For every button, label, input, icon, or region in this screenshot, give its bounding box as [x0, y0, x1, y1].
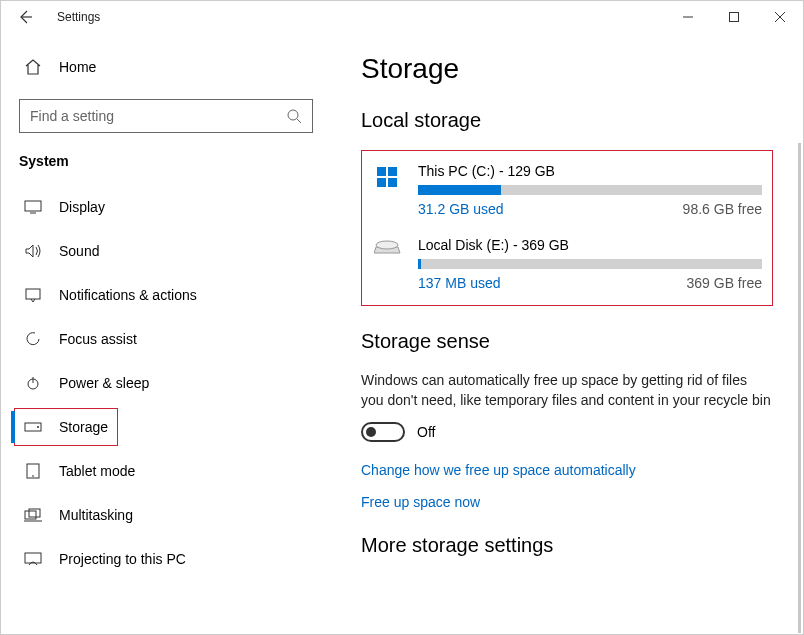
maximize-button[interactable]: [711, 1, 757, 33]
nav-storage[interactable]: Storage: [11, 405, 121, 449]
svg-rect-22: [388, 178, 397, 187]
more-storage-heading: More storage settings: [361, 534, 773, 557]
search-icon: [286, 108, 302, 124]
minimize-button[interactable]: [665, 1, 711, 33]
drive-used: 31.2 GB used: [418, 201, 504, 217]
local-storage-box: This PC (C:) - 129 GB 31.2 GB used 98.6 …: [361, 150, 773, 306]
windows-drive-icon: [372, 163, 404, 217]
drive-title: This PC (C:) - 129 GB: [418, 163, 762, 179]
svg-rect-6: [25, 201, 41, 211]
storage-sense-desc: Windows can automatically free up space …: [361, 371, 773, 410]
svg-rect-16: [29, 509, 40, 517]
usage-bar: [418, 259, 762, 269]
nav-sound[interactable]: Sound: [1, 229, 331, 273]
nav-label: Power & sleep: [59, 375, 149, 391]
notifications-icon: [23, 287, 43, 303]
home-icon: [23, 58, 43, 76]
search-input-wrap[interactable]: [19, 99, 313, 133]
scrollbar[interactable]: [798, 143, 801, 633]
tablet-icon: [23, 463, 43, 479]
svg-rect-15: [25, 511, 36, 519]
sound-icon: [23, 243, 43, 259]
search-input[interactable]: [30, 108, 286, 124]
nav-label: Display: [59, 199, 105, 215]
svg-rect-1: [730, 13, 739, 22]
display-icon: [23, 200, 43, 214]
nav-notifications[interactable]: Notifications & actions: [1, 273, 331, 317]
sidebar: Home System Display Sound Notifications …: [1, 33, 331, 635]
multitasking-icon: [23, 508, 43, 522]
link-change-free-up[interactable]: Change how we free up space automaticall…: [361, 462, 773, 478]
nav-multitasking[interactable]: Multitasking: [1, 493, 331, 537]
drive-free: 98.6 GB free: [683, 201, 762, 217]
svg-rect-20: [388, 167, 397, 176]
page-heading: Storage: [361, 53, 773, 85]
disk-icon: [372, 237, 404, 291]
home-nav[interactable]: Home: [1, 45, 331, 89]
storage-icon: [23, 422, 43, 432]
nav-focus-assist[interactable]: Focus assist: [1, 317, 331, 361]
svg-rect-21: [377, 178, 386, 187]
drive-c[interactable]: This PC (C:) - 129 GB 31.2 GB used 98.6 …: [372, 163, 762, 217]
home-label: Home: [59, 59, 96, 75]
content-pane: Storage Local storage This PC (C:) - 129…: [331, 33, 803, 635]
storage-sense-toggle[interactable]: [361, 422, 405, 442]
svg-point-23: [376, 241, 398, 249]
svg-line-5: [297, 119, 301, 123]
nav-display[interactable]: Display: [1, 185, 331, 229]
svg-rect-19: [377, 167, 386, 176]
nav-tablet-mode[interactable]: Tablet mode: [1, 449, 331, 493]
nav-label: Multitasking: [59, 507, 133, 523]
window-title: Settings: [57, 10, 100, 24]
projecting-icon: [23, 552, 43, 566]
nav-label: Storage: [59, 419, 108, 435]
back-button[interactable]: [1, 9, 49, 25]
svg-point-4: [288, 110, 298, 120]
nav-label: Focus assist: [59, 331, 137, 347]
svg-rect-8: [26, 289, 40, 299]
nav-label: Projecting to this PC: [59, 551, 186, 567]
nav-projecting[interactable]: Projecting to this PC: [1, 537, 331, 581]
category-heading: System: [1, 149, 331, 185]
close-button[interactable]: [757, 1, 803, 33]
drive-used: 137 MB used: [418, 275, 501, 291]
nav-label: Tablet mode: [59, 463, 135, 479]
nav-label: Notifications & actions: [59, 287, 197, 303]
drive-title: Local Disk (E:) - 369 GB: [418, 237, 762, 253]
drive-free: 369 GB free: [687, 275, 763, 291]
drive-e[interactable]: Local Disk (E:) - 369 GB 137 MB used 369…: [372, 237, 762, 291]
storage-sense-heading: Storage sense: [361, 330, 773, 353]
nav-label: Sound: [59, 243, 99, 259]
usage-bar: [418, 185, 762, 195]
power-icon: [23, 375, 43, 391]
svg-point-12: [37, 426, 39, 428]
link-free-up-now[interactable]: Free up space now: [361, 494, 773, 510]
local-storage-heading: Local storage: [361, 109, 773, 132]
toggle-label: Off: [417, 424, 435, 440]
titlebar: Settings: [1, 1, 803, 33]
focus-assist-icon: [23, 331, 43, 347]
nav-power-sleep[interactable]: Power & sleep: [1, 361, 331, 405]
